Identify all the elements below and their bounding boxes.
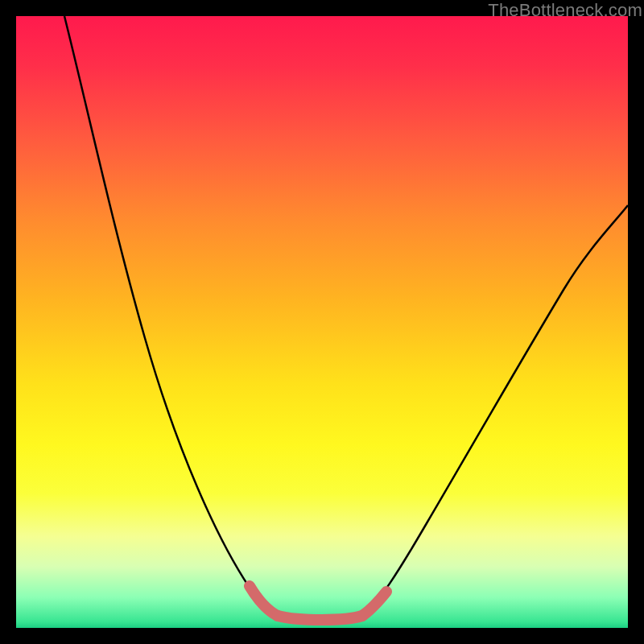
chart-frame: [16, 16, 628, 628]
highlight-left-path: [250, 586, 278, 616]
right-curve-path: [362, 205, 628, 616]
highlight-floor-path: [278, 616, 362, 620]
curves-svg: [16, 16, 628, 628]
left-curve-path: [64, 16, 278, 616]
highlight-right-path: [362, 592, 386, 616]
